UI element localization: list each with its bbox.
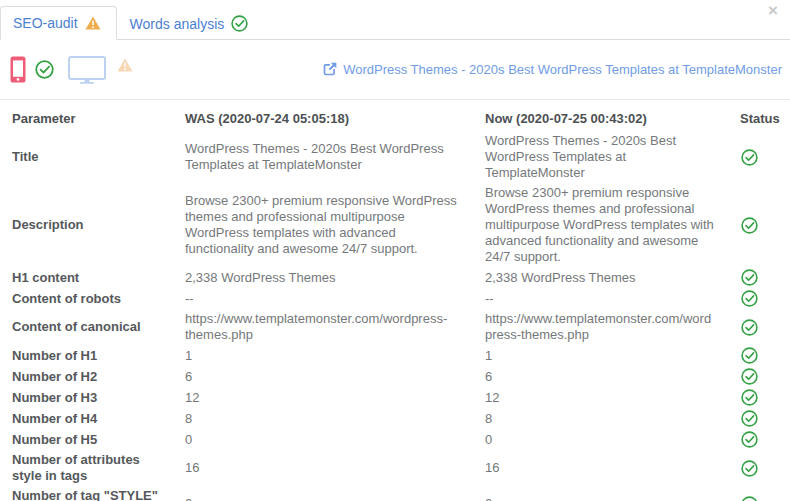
now-cell: Browse 2300+ premium responsive WordPres… bbox=[473, 183, 728, 267]
now-value: https://www.templatemonster.com/wordpres… bbox=[485, 311, 716, 343]
parameter-cell: Description bbox=[0, 183, 173, 267]
parameter-cell: Number of H2 bbox=[0, 366, 173, 387]
column-header-was: WAS (2020-07-24 05:05:18) bbox=[173, 100, 473, 132]
close-icon[interactable]: × bbox=[768, 2, 778, 19]
parameter-cell: Number of tag "STYLE" in BODY bbox=[0, 486, 173, 501]
now-value: 2,338 WordPress Themes bbox=[485, 270, 716, 286]
warning-icon bbox=[85, 16, 101, 30]
status-cell bbox=[728, 309, 790, 345]
was-cell: 8 bbox=[173, 408, 473, 429]
table-row: DescriptionBrowse 2300+ premium responsi… bbox=[0, 183, 790, 267]
mobile-ok-icon bbox=[35, 60, 54, 79]
was-value: 2,338 WordPress Themes bbox=[185, 270, 461, 286]
now-cell: https://www.templatemonster.com/wordpres… bbox=[473, 309, 728, 345]
status-cell bbox=[728, 366, 790, 387]
now-value: -- bbox=[485, 291, 716, 307]
now-value: Browse 2300+ premium responsive WordPres… bbox=[485, 185, 716, 265]
table-row: H1 content2,338 WordPress Themes2,338 Wo… bbox=[0, 267, 790, 288]
status-cell bbox=[728, 387, 790, 408]
column-header-status: Status bbox=[728, 100, 790, 132]
page-link-label: WordPress Themes - 2020s Best WordPress … bbox=[343, 62, 782, 77]
was-cell: WordPress Themes - 2020s Best WordPress … bbox=[173, 131, 473, 183]
seo-audit-panel: × SEO-audit Words analysis bbox=[0, 0, 790, 501]
now-value: 0 bbox=[485, 432, 716, 448]
now-value: 8 bbox=[485, 411, 716, 427]
table-row: Number of H31212 bbox=[0, 387, 790, 408]
check-circle-icon bbox=[231, 15, 248, 32]
was-cell: 1 bbox=[173, 345, 473, 366]
status-ok-icon bbox=[741, 347, 758, 364]
was-value: -- bbox=[185, 291, 461, 307]
was-value: Browse 2300+ premium responsive WordPres… bbox=[185, 193, 461, 257]
column-header-now: Now (2020-07-25 00:43:02) bbox=[473, 100, 728, 132]
now-cell: 1 bbox=[473, 345, 728, 366]
status-cell bbox=[728, 131, 790, 183]
now-cell: 6 bbox=[473, 366, 728, 387]
now-value: WordPress Themes - 2020s Best WordPress … bbox=[485, 133, 716, 181]
status-cell bbox=[728, 429, 790, 450]
was-value: 16 bbox=[185, 460, 461, 476]
was-cell: 16 bbox=[173, 450, 473, 486]
was-value: 0 bbox=[185, 496, 461, 501]
status-cell bbox=[728, 288, 790, 309]
parameter-cell: Title bbox=[0, 131, 173, 183]
tab-label: Words analysis bbox=[130, 16, 225, 32]
was-cell: 0 bbox=[173, 429, 473, 450]
status-ok-icon bbox=[741, 410, 758, 427]
status-ok-icon bbox=[741, 149, 758, 166]
now-cell: 0 bbox=[473, 429, 728, 450]
tab-seo-audit[interactable]: SEO-audit bbox=[0, 6, 117, 40]
was-value: 8 bbox=[185, 411, 461, 427]
status-cell bbox=[728, 486, 790, 501]
mobile-icon bbox=[10, 56, 26, 83]
was-value: 0 bbox=[185, 432, 461, 448]
now-cell: -- bbox=[473, 288, 728, 309]
parameter-cell: Content of robots bbox=[0, 288, 173, 309]
now-value: 12 bbox=[485, 390, 716, 406]
was-cell: 12 bbox=[173, 387, 473, 408]
status-ok-icon bbox=[741, 431, 758, 448]
now-value: 6 bbox=[485, 369, 716, 385]
now-value: 0 bbox=[485, 496, 716, 501]
now-cell: 16 bbox=[473, 450, 728, 486]
was-value: 6 bbox=[185, 369, 461, 385]
external-link-icon bbox=[322, 62, 337, 77]
tab-words-analysis[interactable]: Words analysis bbox=[117, 6, 265, 40]
table-row: Number of H111 bbox=[0, 345, 790, 366]
now-cell: 0 bbox=[473, 486, 728, 501]
device-status-icons bbox=[10, 56, 133, 84]
status-cell bbox=[728, 345, 790, 366]
was-cell: 2,338 WordPress Themes bbox=[173, 267, 473, 288]
table-row: Number of H266 bbox=[0, 366, 790, 387]
was-cell: 0 bbox=[173, 486, 473, 501]
was-cell: Browse 2300+ premium responsive WordPres… bbox=[173, 183, 473, 267]
table-row: Number of H488 bbox=[0, 408, 790, 429]
table-row: TitleWordPress Themes - 2020s Best WordP… bbox=[0, 131, 790, 183]
parameter-cell: Number of H4 bbox=[0, 408, 173, 429]
table-row: Content of canonicalhttps://www.template… bbox=[0, 309, 790, 345]
parameter-cell: Number of attributes style in tags bbox=[0, 450, 173, 486]
table-row: Content of robots---- bbox=[0, 288, 790, 309]
now-cell: 8 bbox=[473, 408, 728, 429]
status-cell bbox=[728, 450, 790, 486]
desktop-icon bbox=[68, 56, 106, 84]
now-value: 16 bbox=[485, 460, 716, 476]
status-ok-icon bbox=[741, 319, 758, 336]
status-ok-icon bbox=[741, 269, 758, 286]
was-value: WordPress Themes - 2020s Best WordPress … bbox=[185, 141, 461, 173]
status-ok-icon bbox=[741, 217, 758, 234]
page-link[interactable]: WordPress Themes - 2020s Best WordPress … bbox=[322, 62, 782, 77]
status-cell bbox=[728, 267, 790, 288]
table-header-row: Parameter WAS (2020-07-24 05:05:18) Now … bbox=[0, 100, 790, 132]
parameter-cell: Number of H5 bbox=[0, 429, 173, 450]
now-cell: WordPress Themes - 2020s Best WordPress … bbox=[473, 131, 728, 183]
tab-label: SEO-audit bbox=[13, 15, 78, 31]
status-cell bbox=[728, 408, 790, 429]
table-row: Number of attributes style in tags1616 bbox=[0, 450, 790, 486]
desktop-warning-icon bbox=[117, 58, 133, 72]
table-row: Number of tag "STYLE" in BODY00 bbox=[0, 486, 790, 501]
now-value: 1 bbox=[485, 348, 716, 364]
audit-table-body: TitleWordPress Themes - 2020s Best WordP… bbox=[0, 131, 790, 501]
status-ok-icon bbox=[741, 368, 758, 385]
parameter-cell: H1 content bbox=[0, 267, 173, 288]
